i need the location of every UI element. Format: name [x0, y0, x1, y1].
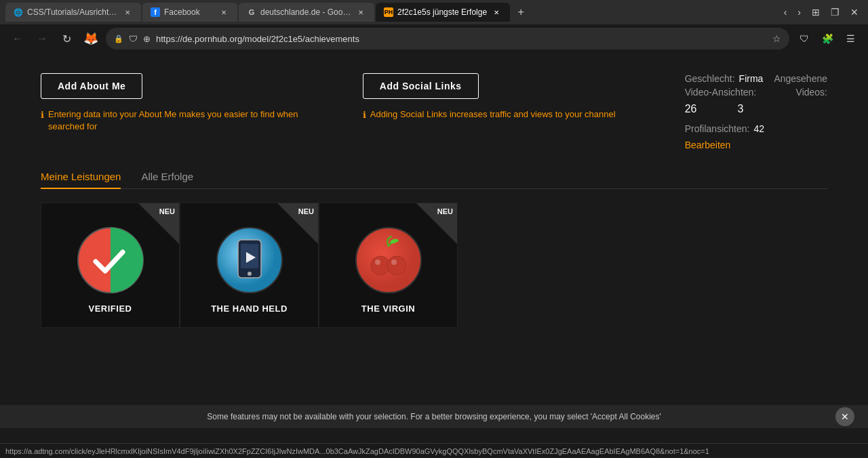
tab-ph[interactable]: PH 2f2c1e5s jüngste Erfolge ✕ [376, 3, 510, 22]
nav-bar: ← → ↻ 🦊 🔒 🛡 ⊕ https://de.pornhub.org/mod… [0, 24, 868, 53]
google-favicon-icon: G [247, 7, 256, 17]
tab-scroll-left-icon[interactable]: ‹ [780, 5, 791, 19]
tab-list-icon[interactable]: ⊞ [808, 5, 824, 19]
ph-favicon-icon: PH [384, 7, 393, 17]
geschlecht-row: Geschlecht: Firma Angesehene [685, 73, 827, 84]
svg-point-11 [391, 259, 397, 265]
video-ansichten-row: Video-Ansichten: Videos: [685, 87, 827, 98]
tab-ph-close-icon[interactable]: ✕ [491, 7, 502, 18]
browser-chrome: 🌐 CSS/Tutorials/Ausrichtung ✕ f Facebook… [0, 0, 868, 53]
forward-button[interactable]: → [33, 29, 52, 48]
shield-nav-icon[interactable]: 🛡 [795, 29, 814, 48]
video-ansichten-value: 26 [685, 103, 697, 115]
verified-icon [77, 226, 144, 294]
svg-point-10 [375, 259, 380, 265]
tab-google-close-icon[interactable]: ✕ [355, 7, 366, 18]
tab-google[interactable]: G deutschlande.de - Google ✕ [239, 3, 374, 22]
cookie-bar: Some features may not be available with … [0, 405, 868, 428]
hand-held-icon [216, 226, 283, 294]
video-ansichten-label: Video-Ansichten: [685, 87, 757, 98]
profilansichten-row: Profilansichten: 42 [685, 123, 827, 134]
nav-right-icons: 🛡 🧩 ☰ [795, 29, 860, 48]
back-button[interactable]: ← [8, 29, 27, 48]
tab-ph-label: 2f2c1e5s jüngste Erfolge [397, 7, 487, 17]
add-about-me-card: Add About Me ℹ Entering data into your A… [41, 73, 322, 150]
virgin-svg [355, 226, 422, 294]
tab-bar: 🌐 CSS/Tutorials/Ausrichtung ✕ f Facebook… [0, 0, 868, 24]
menu-icon[interactable]: ☰ [841, 29, 860, 48]
tab-facebook[interactable]: f Facebook ✕ [142, 3, 237, 22]
add-social-links-hint: ℹ Adding Social Links increases traffic … [363, 108, 644, 121]
close-window-icon[interactable]: ✕ [846, 5, 863, 19]
tab-facebook-close-icon[interactable]: ✕ [218, 7, 229, 18]
tab-facebook-label: Facebook [164, 7, 214, 17]
cookie-bar-text: Some features may not be available with … [207, 412, 661, 421]
virgin-icon [355, 226, 422, 294]
tabs-nav: Meine Leistungen Alle Erfolge [41, 171, 827, 189]
badge-new-virgin: NEU [416, 203, 457, 244]
shield-icon: 🛡 [129, 34, 138, 44]
achievement-virgin[interactable]: NEU [319, 203, 458, 328]
security-lock-icon: 🔒 [114, 35, 123, 43]
add-social-links-button[interactable]: Add Social Links [363, 73, 479, 99]
tab-scroll-right-icon[interactable]: › [793, 5, 805, 19]
achievement-grid: NEU VERIFIED NEU [41, 203, 827, 328]
tab-arrows: ‹ › ⊞ ❐ ✕ [780, 5, 863, 19]
permissions-icon: ⊕ [143, 34, 151, 44]
extensions-icon[interactable]: 🧩 [818, 29, 837, 48]
social-info-icon: ℹ [363, 109, 366, 121]
top-section: Add About Me ℹ Entering data into your A… [41, 73, 827, 150]
restore-window-icon[interactable]: ❐ [827, 5, 844, 19]
tab-alle-erfolge[interactable]: Alle Erfolge [141, 171, 193, 189]
add-social-links-hint-text: Adding Social Links increases traffic an… [370, 108, 616, 121]
add-about-me-hint-text: Entering data into your About Me makes y… [48, 108, 322, 133]
tab-meine-leistungen[interactable]: Meine Leistungen [41, 171, 121, 189]
reload-button[interactable]: ↻ [57, 29, 76, 48]
add-social-links-card: Add Social Links ℹ Adding Social Links i… [363, 73, 644, 150]
facebook-favicon-icon: f [151, 7, 160, 17]
svg-point-4 [248, 272, 252, 276]
tab-css-label: CSS/Tutorials/Ausrichtung [27, 7, 118, 17]
profilansichten-value: 42 [753, 123, 764, 134]
info-icon: ℹ [41, 109, 44, 121]
videos-label: Videos: [796, 87, 827, 98]
stats-card: Geschlecht: Firma Angesehene Video-Ansic… [685, 73, 827, 150]
cookie-close-button[interactable]: ✕ [835, 407, 854, 426]
achievement-verified[interactable]: NEU VERIFIED [41, 203, 180, 328]
achievement-hand-held[interactable]: NEU [180, 203, 319, 328]
page-content: Add About Me ℹ Entering data into your A… [0, 53, 868, 443]
badge-new-verified: NEU [138, 203, 179, 244]
address-bar[interactable]: 🔒 🛡 ⊕ https://de.pornhub.org/model/2f2c1… [106, 28, 789, 49]
new-tab-button[interactable]: + [511, 3, 530, 22]
add-about-me-hint: ℹ Entering data into your About Me makes… [41, 108, 322, 133]
bearbeiten-link[interactable]: Bearbeiten [685, 140, 731, 150]
url-display[interactable]: https://de.pornhub.org/model/2f2c1e5/ach… [156, 34, 767, 44]
bookmark-star-icon[interactable]: ☆ [772, 33, 781, 44]
firefox-icon: 🦊 [81, 29, 100, 48]
tab-css[interactable]: 🌐 CSS/Tutorials/Ausrichtung ✕ [5, 3, 141, 22]
videos-value: 3 [737, 103, 743, 115]
profilansichten-label: Profilansichten: [685, 123, 750, 134]
tabs-section: Meine Leistungen Alle Erfolge NEU VERIFI… [41, 171, 827, 328]
css-favicon-icon: 🌐 [14, 7, 23, 17]
angesehene-label: Angesehene [774, 73, 827, 84]
tab-css-close-icon[interactable]: ✕ [122, 7, 133, 18]
verified-svg [77, 226, 144, 294]
virgin-title: THE VIRGIN [361, 304, 415, 314]
badge-new-hand-held: NEU [277, 203, 318, 244]
hand-held-title: THE HAND HELD [211, 304, 288, 314]
status-bar: https://a.adtng.com/click/eyJleHRlcmxlKI… [0, 443, 868, 458]
hand-held-svg [216, 226, 283, 294]
svg-point-9 [387, 256, 406, 275]
geschlecht-label: Geschlecht: [685, 73, 735, 84]
add-about-me-button[interactable]: Add About Me [41, 73, 142, 99]
status-url: https://a.adtng.com/click/eyJleHRlcmxlKI… [5, 447, 709, 455]
tab-google-label: deutschlande.de - Google [260, 7, 351, 17]
verified-title: VERIFIED [89, 304, 132, 314]
geschlecht-value: Firma [739, 73, 764, 84]
